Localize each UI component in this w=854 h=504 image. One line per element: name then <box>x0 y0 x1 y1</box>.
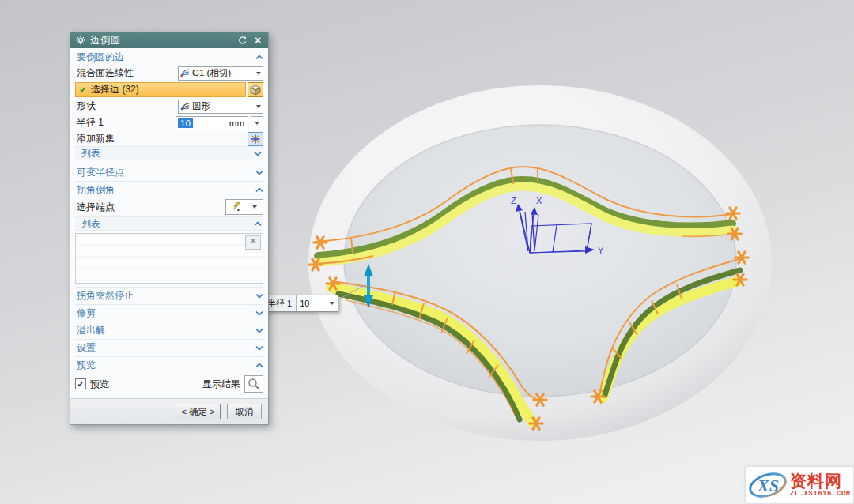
shape-row: 形状 圆形 <box>75 98 263 115</box>
chevron-down-icon <box>255 170 263 175</box>
continuity-label: 混合面连续性 <box>75 66 175 80</box>
chevron-up-icon <box>255 55 263 60</box>
remove-item-button[interactable]: × <box>245 235 261 250</box>
point-picker-icon <box>232 202 242 213</box>
select-edge-row: ✔ 选择边 (32) <box>75 81 263 98</box>
group-overflow[interactable]: 溢出解 <box>75 322 263 338</box>
radius-unit: mm <box>229 118 246 128</box>
group-variable-radius[interactable]: 可变半径点 <box>75 164 263 180</box>
radius-tag-input[interactable]: 10 <box>296 295 327 311</box>
chevron-down-icon <box>252 205 257 209</box>
preview-row: ✔ 预览 显示结果 <box>75 373 263 395</box>
show-result-button[interactable] <box>244 375 263 393</box>
chevron-down-icon <box>255 310 263 316</box>
endpoint-list-header[interactable]: 列表 <box>75 216 263 231</box>
chevron-up-icon <box>254 221 262 227</box>
watermark-site-url: ZL.XS1616.COM <box>790 491 851 498</box>
shape-icon <box>180 102 190 111</box>
cancel-button[interactable]: 取消 <box>227 404 262 419</box>
radius-input[interactable]: 10 mm <box>176 116 248 130</box>
axis-label-x: X <box>536 196 542 205</box>
select-edge-label: 选择边 (32) <box>91 83 139 96</box>
watermark-logo: XS <box>747 468 788 502</box>
edge-blend-dialog: 边倒圆 × 要倒圆的边 混合面连续性 G1 (相切) ✔ 选择边 (32) <box>70 32 269 425</box>
plus-icon <box>251 134 260 144</box>
continuity-icon <box>180 69 190 77</box>
radius-label: 半径 1 <box>75 116 172 130</box>
watermark: XS 资料网 ZL.XS1616.COM <box>746 467 853 503</box>
chevron-up-icon <box>255 187 263 193</box>
watermark-site-name: 资料网 <box>790 472 851 489</box>
endpoint-list-box[interactable]: × <box>75 233 263 284</box>
axis-label-y: Y <box>598 246 604 255</box>
wheel-hub <box>344 125 736 397</box>
group-settings[interactable]: 设置 <box>75 339 263 355</box>
chevron-down-icon <box>255 122 259 125</box>
group-corner-stop[interactable]: 拐角突然停止 <box>75 287 263 303</box>
radius-tag-dropdown[interactable] <box>327 295 338 311</box>
group-trim[interactable]: 修剪 <box>75 304 263 321</box>
radius-value-selected: 10 <box>178 118 193 128</box>
add-set-label: 添加新集 <box>75 132 244 145</box>
gear-icon <box>75 35 86 46</box>
chevron-down-icon <box>255 345 263 351</box>
chevron-down-icon <box>254 151 262 156</box>
edge-list-header[interactable]: 列表 <box>75 146 263 160</box>
preview-checkbox-label: 预览 <box>90 378 109 391</box>
continuity-dropdown[interactable]: G1 (相切) <box>178 66 263 81</box>
chevron-down-icon <box>255 293 263 299</box>
chevron-down-icon <box>256 105 261 108</box>
onscreen-radius-tag: 半径 1 10 <box>263 295 338 312</box>
shape-label: 形状 <box>75 100 175 113</box>
select-edge-highlight[interactable]: ✔ 选择边 (32) <box>75 82 246 97</box>
radius-unit-dropdown[interactable] <box>251 116 263 130</box>
add-set-row: 添加新集 <box>75 131 263 146</box>
axis-label-z: Z <box>511 196 516 205</box>
dialog-title: 边倒圆 <box>90 34 233 47</box>
chevron-down-icon <box>256 72 261 75</box>
reset-icon[interactable] <box>237 35 248 46</box>
ok-button[interactable]: < 确定 > <box>176 404 221 419</box>
select-endpoint-label: 选择端点 <box>75 201 222 214</box>
dialog-titlebar[interactable]: 边倒圆 × <box>70 32 268 48</box>
dialog-body: 要倒圆的边 混合面连续性 G1 (相切) ✔ 选择边 (32) 形状 <box>70 49 268 398</box>
check-icon: ✔ <box>79 85 87 96</box>
group-preview[interactable]: 预览 <box>75 356 263 373</box>
show-result-label: 显示结果 <box>202 378 240 391</box>
shape-dropdown[interactable]: 圆形 <box>178 100 263 114</box>
continuity-row: 混合面连续性 G1 (相切) <box>75 65 263 81</box>
magnifier-icon <box>248 378 260 390</box>
chevron-down-icon <box>330 302 334 305</box>
solid-body-filter-button[interactable] <box>248 82 263 97</box>
group-corner-fillet[interactable]: 拐角倒角 <box>75 181 263 197</box>
radius-row: 半径 1 10 mm <box>75 115 263 131</box>
preview-checkbox[interactable]: ✔ <box>75 378 86 389</box>
close-icon[interactable]: × <box>252 35 263 46</box>
cube-icon <box>250 85 261 96</box>
select-endpoint-button[interactable] <box>225 199 263 215</box>
steering-wheel-model[interactable] <box>308 85 772 441</box>
svg-text:XS: XS <box>757 476 779 495</box>
chevron-up-icon <box>255 363 263 368</box>
group-edges-to-blend[interactable]: 要倒圆的边 <box>75 49 263 65</box>
add-new-set-button[interactable] <box>248 132 263 146</box>
dialog-footer: < 确定 > 取消 <box>70 398 268 424</box>
chevron-down-icon <box>255 328 263 333</box>
select-endpoint-row: 选择端点 <box>75 197 263 216</box>
